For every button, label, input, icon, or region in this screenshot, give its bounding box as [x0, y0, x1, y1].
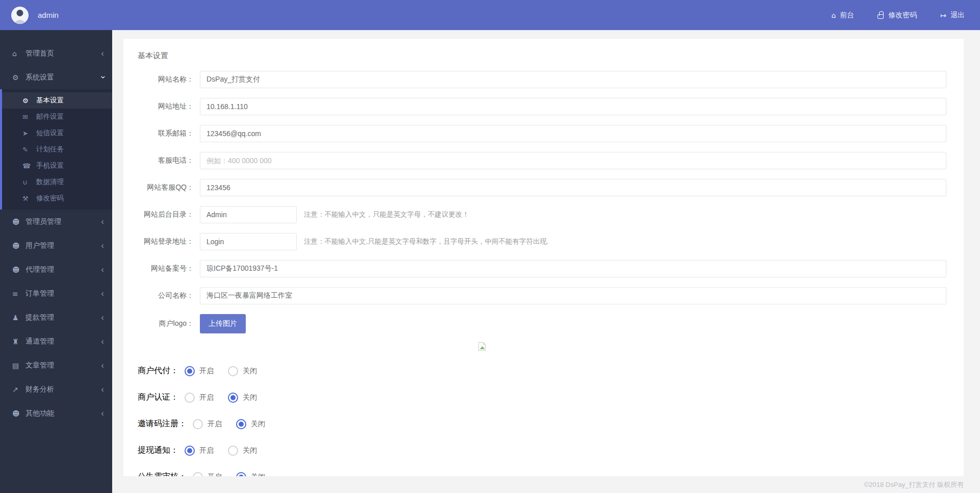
merchant-auth-radio-group: 开启关闭: [185, 393, 257, 403]
merchant-auth-off-option[interactable]: 关闭: [228, 393, 257, 403]
announcement-review-radio-group: 开启关闭: [193, 472, 265, 477]
radio-on[interactable]: [185, 446, 195, 456]
withdraw-notice-off-option[interactable]: 关闭: [228, 446, 257, 456]
sidebar-item-other-functions[interactable]: ☻其他功能‹: [0, 401, 112, 425]
book-icon: ▤: [12, 361, 25, 370]
contact-email-input[interactable]: [200, 125, 946, 142]
sidebar-item-label: 通道管理: [25, 337, 101, 346]
radio-option-label: 关闭: [251, 420, 265, 429]
sidebar-item-label: 提款管理: [25, 313, 101, 322]
sidebar-item-system-settings[interactable]: ⚙系统设置‹: [0, 65, 112, 89]
edit-icon: ✎: [22, 146, 36, 153]
sidebar-item-dashboard[interactable]: ⌂管理首页‹: [0, 41, 112, 65]
submenu-item-mail-settings[interactable]: ✉邮件设置: [2, 109, 112, 125]
sidebar-item-channel-management[interactable]: ♜通道管理‹: [0, 329, 112, 353]
chevron-left-icon: ‹: [101, 313, 104, 322]
form-row-site-name: 网站名称：: [138, 71, 946, 88]
submenu-item-data-cleanup[interactable]: ∪数据清理: [2, 174, 112, 190]
field-control: [200, 125, 946, 142]
upload-image-button[interactable]: 上传图片: [200, 314, 246, 333]
sidebar-item-admin-management[interactable]: ☻管理员管理‹: [0, 210, 112, 233]
topbar-link-change-password[interactable]: 修改密码: [878, 11, 917, 20]
submenu-item-change-password[interactable]: ⚒修改密码: [2, 190, 112, 206]
user-circle-icon: ☻: [12, 409, 25, 418]
sign-out-icon: ↦: [940, 11, 946, 19]
radio-option-label: 关闭: [251, 473, 265, 477]
login-url-input[interactable]: [200, 233, 297, 250]
field-label: 商户logo：: [138, 319, 194, 328]
topbar-link-logout[interactable]: ↦退出: [940, 11, 965, 20]
field-label: 网站登录地址：: [138, 237, 194, 246]
field-label: 提现通知：: [138, 445, 178, 456]
form-row-login-url: 网站登录地址：注意：不能输入中文,只能是英文字母和数字，且字母开头，中间不能有字…: [138, 233, 946, 250]
radio-off[interactable]: [228, 366, 238, 376]
merchant-payout-radio-group: 开启关闭: [185, 366, 257, 376]
chevron-left-icon: ‹: [101, 361, 104, 370]
sidebar-item-article-management[interactable]: ▤文章管理‹: [0, 353, 112, 377]
sidebar-item-label: 系统设置: [25, 73, 101, 82]
radio-option-label: 关闭: [243, 367, 257, 376]
submenu-item-label: 修改密码: [36, 194, 64, 203]
radio-off[interactable]: [228, 446, 238, 456]
radio-row-invite-code-register: 邀请码注册：开启关闭: [138, 419, 946, 429]
sidebar-item-label: 订单管理: [25, 289, 101, 298]
submenu-item-basic-settings[interactable]: ⚙基本设置: [2, 92, 112, 109]
withdraw-notice-on-option[interactable]: 开启: [185, 446, 214, 456]
site-name-input[interactable]: [200, 71, 946, 88]
settings-form: 网站名称：网站地址：联系邮箱：客服电话：网站客服QQ：网站后台目录：注意：不能输…: [138, 71, 946, 476]
field-control: [200, 287, 946, 304]
merchant-payout-on-option[interactable]: 开启: [185, 366, 214, 376]
chevron-left-icon: ‹: [101, 385, 104, 394]
field-label: 网站地址：: [138, 102, 194, 111]
announcement-review-off-option[interactable]: 关闭: [236, 472, 265, 477]
radio-off[interactable]: [236, 419, 246, 429]
radio-row-merchant-auth: 商户认证：开启关闭: [138, 392, 946, 403]
sidebar-item-label: 管理首页: [25, 49, 101, 58]
merchant-payout-off-option[interactable]: 关闭: [228, 366, 257, 376]
announcement-review-on-option[interactable]: 开启: [193, 472, 222, 477]
user-avatar-icon[interactable]: [11, 7, 29, 24]
chevron-left-icon: ‹: [101, 217, 104, 226]
radio-option-label: 关闭: [243, 393, 257, 402]
service-qq-input[interactable]: [200, 179, 946, 196]
radio-off[interactable]: [236, 472, 246, 477]
field-control: [200, 98, 946, 115]
submenu-system-settings: ⚙基本设置✉邮件设置➤短信设置✎计划任务☎手机设置∪数据清理⚒修改密码: [0, 89, 112, 210]
submenu-item-mobile-settings[interactable]: ☎手机设置: [2, 158, 112, 174]
company-name-input[interactable]: [200, 287, 946, 304]
sidebar-item-withdrawal-management[interactable]: ♟提款管理‹: [0, 305, 112, 329]
radio-row-announcement-review: 公告需审核：开启关闭: [138, 472, 946, 476]
icp-number-input[interactable]: [200, 260, 946, 277]
radio-on[interactable]: [185, 393, 195, 403]
home-icon: ⌂: [831, 11, 836, 19]
backend-dir-input[interactable]: [200, 206, 297, 223]
sidebar-item-finance-analysis[interactable]: ↗财务分析‹: [0, 377, 112, 401]
sidebar-item-agent-management[interactable]: ☻代理管理‹: [0, 257, 112, 281]
user-circle-icon: ☻: [12, 266, 25, 274]
topbar-link-label: 前台: [840, 11, 854, 20]
topbar-link-label: 修改密码: [888, 11, 917, 20]
radio-on[interactable]: [193, 419, 203, 429]
radio-on[interactable]: [185, 366, 195, 376]
topbar-link-frontend[interactable]: ⌂前台: [831, 11, 854, 20]
service-phone-input[interactable]: [200, 152, 946, 169]
merchant-auth-on-option[interactable]: 开启: [185, 393, 214, 403]
field-label: 联系邮箱：: [138, 129, 194, 138]
layout: ⌂管理首页‹⚙系统设置‹⚙基本设置✉邮件设置➤短信设置✎计划任务☎手机设置∪数据…: [0, 30, 980, 493]
radio-off[interactable]: [228, 393, 238, 403]
sidebar-item-order-management[interactable]: ≡订单管理‹: [0, 281, 112, 305]
field-control: [200, 152, 946, 169]
invite-code-register-on-option[interactable]: 开启: [193, 419, 222, 429]
chevron-left-icon: ‹: [101, 337, 104, 346]
radio-option-label: 开启: [199, 367, 214, 376]
form-row-company-name: 公司名称：: [138, 287, 946, 304]
radio-on[interactable]: [193, 472, 203, 477]
magnet-icon: ∪: [22, 178, 36, 186]
sidebar-item-user-management[interactable]: ☻用户管理‹: [0, 233, 112, 257]
radio-row-merchant-payout: 商户代付：开启关闭: [138, 366, 946, 376]
invite-code-register-off-option[interactable]: 关闭: [236, 419, 265, 429]
submenu-item-cron-tasks[interactable]: ✎计划任务: [2, 141, 112, 158]
site-url-input[interactable]: [200, 98, 946, 115]
topbar-user-area: admin: [11, 7, 59, 24]
submenu-item-sms-settings[interactable]: ➤短信设置: [2, 125, 112, 141]
